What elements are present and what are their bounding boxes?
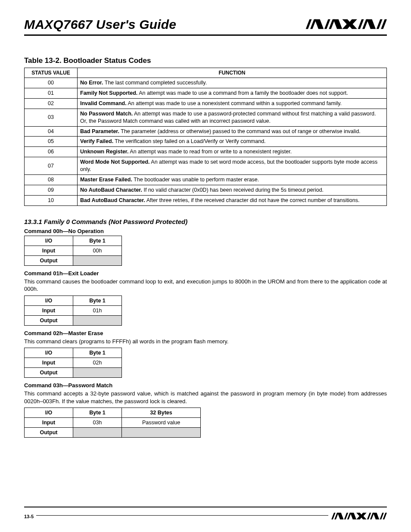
output-byte1-empty [73,368,122,378]
status-desc: Family Not Supported. An attempt was mad… [78,88,387,99]
status-code: 10 [25,195,78,205]
output-32bytes-empty [122,428,201,438]
col-byte1: Byte 1 [73,296,122,305]
status-code: 01 [25,88,78,99]
output-byte1-empty [73,255,122,265]
input-byte1: 03h [73,418,122,428]
col-io: I/O [25,236,73,246]
col-32bytes: 32 Bytes [122,408,201,418]
status-desc: Word Mode Not Supported. An attempt was … [78,157,387,175]
status-desc: Bad AutoBaud Character. After three retr… [78,195,387,205]
status-code: 09 [25,185,78,195]
status-code: 08 [25,174,78,185]
cmd00-heading: Command 00h—No Operation [24,228,387,234]
status-code: 03 [25,109,78,126]
status-code: 07 [25,157,78,175]
col-byte1: Byte 1 [73,408,122,418]
cmd03-desc: This command accepts a 32-byte password … [24,390,387,405]
cmd01-table: I/O Byte 1 Input 01h Output [24,296,122,326]
status-desc: Unknown Register. An attempt was made to… [78,147,387,157]
input-32bytes: Password value [122,418,201,428]
input-byte1: 01h [73,305,122,315]
status-table-title: Table 13-2. Bootloader Status Codes [24,56,387,65]
cmd02-desc: This command clears (programs to FFFFh) … [24,338,387,345]
input-byte1: 00h [73,246,122,255]
page-footer: 13-5 [24,512,387,521]
page-header: MAXQ7667 User's Guide [24,17,387,32]
row-output: Output [25,428,73,438]
cmd03-heading: Command 03h—Password Match [24,382,387,389]
row-output: Output [25,368,73,378]
col-io: I/O [25,408,73,418]
status-col-value: STATUS VALUE [25,68,78,78]
row-output: Output [25,255,73,265]
cmd02-table: I/O Byte 1 Input 02h Output [24,348,122,378]
status-code: 04 [25,126,78,137]
status-desc: Invalid Command. An attempt was made to … [78,98,387,109]
bootloader-status-table: STATUS VALUE FUNCTION 00No Error. The la… [24,68,387,206]
row-input: Input [25,358,73,368]
status-desc: No Password Match. An attempt was made t… [78,109,387,126]
page-number: 13-5 [24,514,34,519]
status-desc: Bad Parameter. The parameter (address or… [78,126,387,137]
status-code: 00 [25,78,78,88]
status-code: 06 [25,147,78,157]
maxim-logo-icon [305,18,387,32]
footer-line [36,515,328,516]
header-rule [24,34,387,36]
section-heading: 13.3.1 Family 0 Commands (Not Password P… [24,218,387,225]
maxim-logo-icon [331,512,387,521]
output-byte1-empty [73,428,122,438]
cmd03-table: I/O Byte 1 32 Bytes Input 03h Password v… [24,408,201,438]
col-io: I/O [25,296,73,305]
cmd01-desc: This command causes the bootloader comma… [24,278,387,293]
status-code: 02 [25,98,78,109]
row-input: Input [25,246,73,255]
cmd02-heading: Command 02h—Master Erase [24,330,387,336]
footer-rule [24,507,387,507]
status-desc: No Error. The last command completed suc… [78,78,387,88]
row-input: Input [25,418,73,428]
status-desc: Master Erase Failed. The bootloader was … [78,174,387,185]
status-desc: Verify Failed. The verification step fai… [78,137,387,147]
col-byte1: Byte 1 [73,348,122,358]
status-code: 05 [25,137,78,147]
col-io: I/O [25,348,73,358]
cmd00-table: I/O Byte 1 Input 00h Output [24,236,122,266]
status-col-function: FUNCTION [78,68,387,78]
input-byte1: 02h [73,358,122,368]
output-byte1-empty [73,315,122,325]
cmd01-heading: Command 01h—Exit Loader [24,270,387,277]
document-title: MAXQ7667 User's Guide [24,17,176,32]
row-input: Input [25,305,73,315]
col-byte1: Byte 1 [73,236,122,246]
row-output: Output [25,315,73,325]
status-desc: No AutoBaud Character. If no valid chara… [78,185,387,195]
